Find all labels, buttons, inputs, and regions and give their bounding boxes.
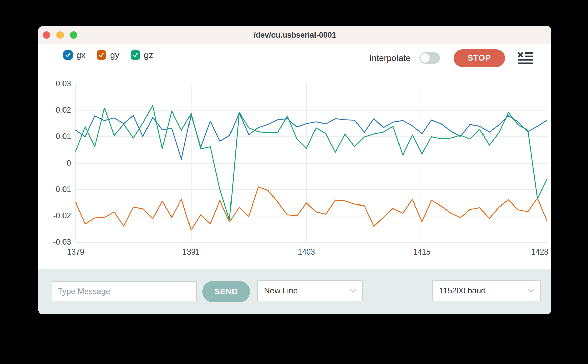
footer-bar: SEND New Line 115200 baud <box>38 269 551 314</box>
baud-rate-value: 115200 baud <box>439 286 486 295</box>
message-input[interactable] <box>52 281 197 301</box>
line-ending-value: New Line <box>264 286 298 295</box>
line-ending-select[interactable]: New Line <box>257 280 363 301</box>
x-axis-tick-label: 1403 <box>298 247 315 256</box>
baud-rate-select[interactable]: 115200 baud <box>432 280 541 301</box>
serial-plotter-window: /dev/cu.usbserial-0001 gxgygz Interpolat… <box>38 26 551 314</box>
chevron-down-icon <box>349 288 357 293</box>
y-axis-tick-label: 0 <box>67 158 71 167</box>
y-axis-tick-label: 0.02 <box>56 106 71 115</box>
x-axis-tick-label: 1428 <box>531 247 548 256</box>
y-axis-tick-label: 0.03 <box>56 79 71 88</box>
y-axis-tick-label: -0.03 <box>53 238 71 246</box>
y-axis-tick-label: -0.01 <box>53 185 71 194</box>
chevron-down-icon <box>527 288 535 293</box>
x-axis-tick-label: 1379 <box>67 247 84 256</box>
y-axis-tick-label: 0.01 <box>56 132 71 141</box>
send-button[interactable]: SEND <box>202 281 250 302</box>
x-axis-tick-label: 1415 <box>413 247 430 256</box>
y-axis-tick-label: -0.02 <box>53 211 71 220</box>
series-line-gx <box>76 113 547 160</box>
series-line-gy <box>76 187 547 230</box>
x-axis-tick-label: 1391 <box>182 247 200 256</box>
